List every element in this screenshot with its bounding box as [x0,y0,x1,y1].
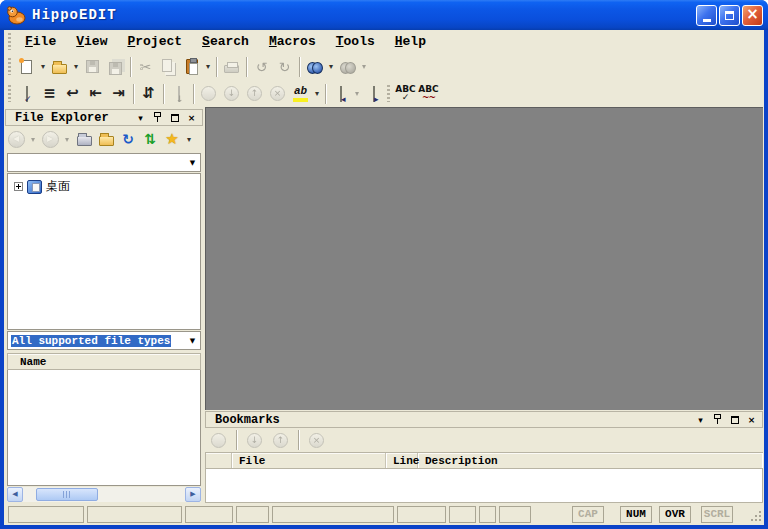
new-file-icon [21,60,32,74]
menu-project[interactable]: Project [117,32,192,51]
redo-button[interactable]: ↻ [273,56,296,78]
next-bookmark-button[interactable]: ↓ [220,83,243,105]
panel-maximize-button[interactable] [168,111,181,124]
print-button[interactable] [220,56,243,78]
fe-favorites-button[interactable]: ★ [162,128,182,150]
toggle-bookmark-button[interactable] [197,83,220,105]
highlight-button[interactable]: ab [289,83,312,105]
fe-sync-button[interactable]: ⇅ [140,128,160,150]
panel-menu-button[interactable]: ▾ [694,413,707,426]
menu-tools[interactable]: Tools [326,32,385,51]
nav-back-button[interactable]: ◂ [329,83,352,105]
scrollbar-thumb[interactable] [36,488,98,501]
resize-grip[interactable] [759,519,761,521]
panel-maximize-button[interactable] [728,413,741,426]
tree-item-desktop[interactable]: 桌面 [10,178,198,195]
cut-button[interactable]: ✂ [134,56,157,78]
panel-close-button[interactable]: × [185,111,198,124]
toolbar-grip[interactable] [8,58,11,75]
prev-bookmark-button[interactable]: ↑ [243,83,266,105]
find-dropdown[interactable]: ▾ [326,62,336,71]
fe-favorites-dropdown[interactable]: ▾ [184,135,194,144]
sort-lines-button[interactable]: ⇵ [137,83,160,105]
fe-folder-button[interactable] [74,128,94,150]
bm-clear-button[interactable]: × [305,429,328,451]
fe-forward-button[interactable]: ▶ [40,128,60,150]
open-file-dropdown[interactable]: ▾ [71,62,81,71]
panel-close-button[interactable]: × [745,413,758,426]
title-bar[interactable]: HippoEDIT × [0,0,768,30]
menu-macros[interactable]: Macros [259,32,326,51]
bookmarks-header[interactable]: Bookmarks ▾ × [205,411,763,428]
filter-combo-value: All supported file types [11,335,171,347]
nav-back-dropdown[interactable]: ▾ [352,89,362,98]
find-next-button[interactable] [336,56,359,78]
clear-bookmarks-button[interactable]: × [266,83,289,105]
find-next-dropdown[interactable]: ▾ [359,62,369,71]
highlight-dropdown[interactable]: ▾ [312,89,322,98]
scroll-right-button[interactable]: ▶ [185,487,201,502]
format-document-button[interactable]: ✓ [15,83,38,105]
spell-toolbar-grip[interactable] [387,85,390,102]
file-list[interactable] [7,370,201,486]
fe-refresh-button[interactable]: ↻ [118,128,138,150]
horizontal-scrollbar[interactable]: ◀ ▶ [7,487,201,502]
minimize-button[interactable] [696,5,717,26]
file-column-header[interactable]: File [232,453,386,468]
word-wrap-button[interactable]: ↩ [61,83,84,105]
highlight-icon: ab [293,85,308,101]
menu-help[interactable]: Help [385,32,436,51]
tree-expand-icon[interactable] [14,182,23,191]
toolbar-separator [163,84,164,104]
menu-search[interactable]: Search [192,32,259,51]
address-combo[interactable]: ▼ [7,153,201,172]
undo-button[interactable]: ↺ [250,56,273,78]
editor-area[interactable] [205,107,763,410]
file-list-header[interactable]: Name [7,353,201,370]
menu-view[interactable]: View [66,32,117,51]
fe-back-button[interactable]: ◀ [6,128,26,150]
save-button[interactable] [81,56,104,78]
nav-forward-icon: ▸ [374,94,379,104]
line-column-header[interactable]: Line [386,453,418,468]
open-file-button[interactable] [48,56,71,78]
toolbar-grip[interactable] [8,85,11,102]
spell-check-button[interactable]: ABC✓ [394,83,417,105]
bm-prev-button[interactable]: ↑ [269,429,292,451]
address-combo-arrow-icon[interactable]: ▼ [185,154,200,171]
panel-pin-button[interactable] [151,111,164,124]
description-column-header[interactable]: Description [418,453,762,468]
paste-dropdown[interactable]: ▾ [203,62,213,71]
bookmarks-table-body[interactable] [205,469,763,503]
file-explorer-header[interactable]: File Explorer ▾ × [5,109,203,126]
folder-tree: 桌面 [7,173,201,330]
new-file-dropdown[interactable]: ▾ [38,62,48,71]
close-button[interactable]: × [742,5,763,26]
new-file-button[interactable] [15,56,38,78]
goto-page-button[interactable]: ↓ [167,83,190,105]
icon-column-header[interactable] [206,453,232,468]
scroll-left-button[interactable]: ◀ [7,487,23,502]
menu-file[interactable]: File [15,32,66,51]
panel-pin-button[interactable] [711,413,724,426]
indent-button[interactable]: ⇥ [107,83,130,105]
filter-combo-arrow-icon[interactable]: ▼ [185,332,200,349]
copy-button[interactable] [157,56,180,78]
panel-menu-button[interactable]: ▾ [134,111,147,124]
save-all-button[interactable] [104,56,127,78]
nav-forward-button[interactable]: ▸ [362,83,385,105]
bm-next-button[interactable]: ↓ [243,429,266,451]
standard-toolbar: ▾ ▾ ✂ ▾ ↺ ↻ ▾ ▾ [4,53,764,80]
maximize-button[interactable] [719,5,740,26]
fe-back-dropdown[interactable]: ▾ [28,135,38,144]
filter-combo[interactable]: All supported file types ▼ [7,331,201,350]
outdent-button[interactable]: ⇤ [84,83,107,105]
menubar-grip[interactable] [8,33,11,50]
fe-search-folder-button[interactable] [96,128,116,150]
find-button[interactable] [303,56,326,78]
auto-spell-button[interactable]: ABC~~ [417,83,440,105]
paste-button[interactable] [180,56,203,78]
bm-goto-button[interactable] [207,429,230,451]
align-lines-button[interactable]: ≡ [38,83,61,105]
fe-forward-dropdown[interactable]: ▾ [62,135,72,144]
